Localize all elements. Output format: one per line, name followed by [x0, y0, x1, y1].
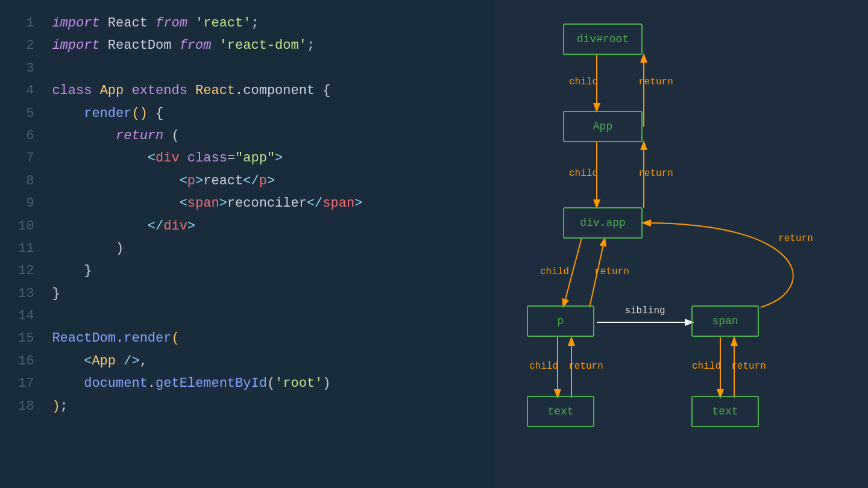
node-divroot-label: div#root [577, 33, 629, 45]
code-token-tag-name: span [322, 196, 354, 211]
node-app-label: App [593, 120, 612, 133]
code-line-content: import ReactDom from 'react-dom'; [52, 34, 476, 57]
code-token-paren: () [131, 106, 147, 121]
line-number: 9 [18, 192, 52, 214]
code-token-kw-import: import [52, 16, 99, 31]
return-label-textspan-span: return [731, 361, 766, 372]
code-token-kw-extends: extends [131, 83, 187, 98]
code-token-tag-bracket: > [195, 174, 203, 189]
code-token-tag-bracket: > [275, 151, 283, 166]
code-token-cls-name: App [92, 354, 116, 369]
code-token-plain: { [315, 83, 330, 98]
code-line-content: return ( [52, 125, 476, 147]
line-number: 7 [18, 147, 52, 169]
line-number: 2 [18, 34, 52, 57]
child-label-span-textspan: child [692, 361, 721, 372]
code-row: 16 <App />, [18, 350, 476, 372]
code-token-plain: React [100, 16, 156, 31]
code-token-plain: ( [163, 128, 179, 143]
code-token-attr-name: class [187, 151, 227, 166]
code-row: 4class App extends React.component { [18, 80, 476, 102]
code-token-plain [124, 83, 131, 98]
code-line-content [52, 57, 476, 80]
return-label-textp-p: return [568, 361, 603, 372]
code-token-method: render [124, 331, 171, 346]
code-row: 8 <p>react</p> [18, 170, 476, 192]
code-token-component-txt: component [243, 83, 315, 98]
code-row: 9 <span>reconciler</span> [18, 192, 476, 214]
code-token-react-dom: ReactDom [52, 331, 116, 346]
code-token-tag-name: p [187, 174, 195, 189]
code-token-kw-import: import [52, 38, 99, 53]
line-number: 3 [18, 57, 52, 80]
code-token-tag-bracket: </ [243, 174, 259, 189]
code-token-plain: react [203, 174, 243, 189]
line-number: 8 [18, 170, 52, 192]
code-token-method: render [84, 106, 131, 121]
code-row: 6 return ( [18, 125, 476, 147]
code-token-plain [52, 376, 84, 391]
return-label-app-root: return [638, 77, 673, 87]
code-row: 15ReactDom.render( [18, 327, 476, 349]
code-token-tag-bracket: < [148, 151, 156, 166]
code-line-content [52, 305, 476, 327]
code-token-tag-bracket: </ [307, 196, 322, 211]
code-line-content: <span>reconciler</span> [52, 192, 476, 214]
code-token-plain [52, 151, 147, 166]
code-line-content: </div> [52, 215, 476, 237]
line-number: 5 [18, 102, 52, 125]
code-token-tag-name: p [259, 174, 267, 189]
code-token-plain [52, 354, 84, 369]
child-label-p-textp: child [529, 361, 558, 372]
node-text-span-label: text [712, 405, 738, 418]
code-panel: 1import React from 'react';2import React… [0, 0, 494, 488]
code-token-tag-bracket: </ [148, 219, 163, 234]
code-token-kw-from: from [156, 16, 187, 31]
code-line-content: ) [52, 237, 476, 260]
code-row: 13} [18, 283, 476, 305]
code-token-str: 'react-dom' [219, 38, 307, 53]
code-token-plain: . [148, 376, 156, 391]
line-number: 11 [18, 237, 52, 260]
code-row: 3 [18, 57, 476, 80]
code-token-plain [180, 151, 187, 166]
code-token-plain: { [148, 106, 163, 121]
code-line-content: <App />, [52, 350, 476, 372]
code-token-plain [52, 106, 84, 121]
code-token-kw-class: class [52, 83, 92, 98]
line-number: 12 [18, 260, 52, 282]
code-token-tag-bracket: /> [124, 354, 139, 369]
node-span-label: span [712, 315, 738, 327]
code-token-method: getElementById [156, 376, 267, 391]
code-row: 5 render() { [18, 102, 476, 125]
return-label-divapp-app: return [638, 168, 673, 179]
code-token-plain: ; [251, 16, 259, 31]
return-arrow-span-divapp [644, 223, 793, 307]
code-line-content: render() { [52, 102, 476, 125]
code-row: 12 } [18, 260, 476, 282]
code-token-paren: ) [52, 399, 60, 414]
code-token-plain: ) [52, 241, 124, 256]
code-line-content: import React from 'react'; [52, 12, 476, 34]
code-token-tag-bracket: > [219, 196, 227, 211]
return-label-p-divapp: return [594, 266, 629, 277]
code-token-cls-name: App [100, 83, 124, 98]
code-token-str: 'react' [195, 16, 251, 31]
code-token-tag-bracket: > [267, 174, 275, 189]
code-token-plain [92, 83, 99, 98]
code-token-plain: ( [267, 376, 275, 391]
line-number: 17 [18, 372, 52, 395]
code-token-tag-name: div [163, 219, 187, 234]
code-row: 1import React from 'react'; [18, 12, 476, 34]
code-token-plain: ; [60, 399, 68, 414]
code-row: 7 <div class="app"> [18, 147, 476, 169]
code-token-plain: } [52, 286, 60, 301]
child-label-divapp-p: child [540, 266, 569, 277]
code-token-cls-name: React [195, 83, 235, 98]
code-line-content: } [52, 283, 476, 305]
code-token-plain [116, 354, 124, 369]
child-label-app-divapp: child [569, 168, 598, 179]
code-row: 11 ) [18, 237, 476, 260]
line-number: 6 [18, 125, 52, 147]
node-divapp-label: div.app [580, 217, 626, 229]
